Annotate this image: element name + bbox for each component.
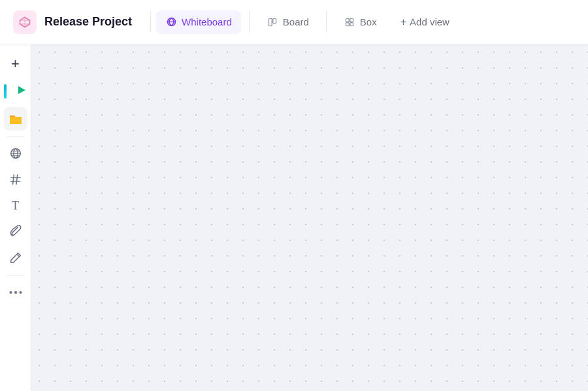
board-icon	[267, 16, 278, 28]
sidebar-divider-2	[7, 275, 25, 275]
box-view-icon	[344, 16, 355, 28]
add-view-label: Add view	[410, 16, 449, 27]
tab-box[interactable]: Box	[335, 10, 386, 34]
svg-line-13	[12, 175, 14, 184]
tab-box-label: Box	[360, 16, 377, 27]
sidebar-draw-button[interactable]	[4, 246, 27, 270]
svg-line-14	[16, 175, 17, 184]
whiteboard-icon	[165, 16, 177, 28]
project-icon[interactable]	[13, 10, 37, 34]
sidebar-attachment-button[interactable]	[4, 220, 27, 243]
sidebar-text-button[interactable]: T	[4, 194, 27, 217]
nav-divider	[150, 12, 151, 33]
main-content: +	[0, 44, 588, 391]
sidebar-divider-1	[7, 136, 25, 136]
sidebar: +	[0, 44, 31, 391]
svg-point-19	[14, 291, 17, 294]
add-view-button[interactable]: + Add view	[391, 12, 459, 32]
svg-point-18	[9, 291, 12, 294]
plus-icon: +	[11, 57, 20, 71]
tab-board-label: Board	[283, 16, 309, 27]
svg-rect-4	[350, 18, 353, 22]
sidebar-add-button[interactable]: +	[4, 52, 27, 76]
svg-rect-6	[350, 22, 353, 25]
project-title: Release Project	[44, 15, 132, 29]
tab-divider-2	[326, 12, 327, 33]
tab-whiteboard-label: Whiteboard	[182, 16, 232, 27]
tab-board[interactable]: Board	[257, 10, 318, 34]
header: Release Project Whiteboard Bo	[0, 0, 588, 44]
sidebar-more-button[interactable]	[4, 281, 27, 304]
svg-rect-3	[346, 18, 349, 22]
svg-marker-7	[18, 86, 25, 94]
svg-rect-2	[273, 18, 276, 23]
tab-divider-1	[249, 12, 250, 33]
sidebar-folder-item[interactable]	[4, 107, 27, 131]
sidebar-hash-button[interactable]	[4, 168, 27, 191]
whiteboard-canvas[interactable]	[31, 44, 588, 391]
sidebar-media-preview[interactable]	[3, 78, 29, 104]
sidebar-globe-button[interactable]	[4, 142, 27, 165]
svg-point-20	[19, 291, 22, 294]
add-view-plus-icon: +	[400, 16, 406, 28]
tab-whiteboard[interactable]: Whiteboard	[156, 10, 241, 34]
text-icon: T	[12, 199, 19, 213]
svg-rect-1	[269, 18, 272, 25]
svg-rect-5	[346, 22, 349, 25]
nav-tabs: Whiteboard Board	[156, 0, 459, 44]
